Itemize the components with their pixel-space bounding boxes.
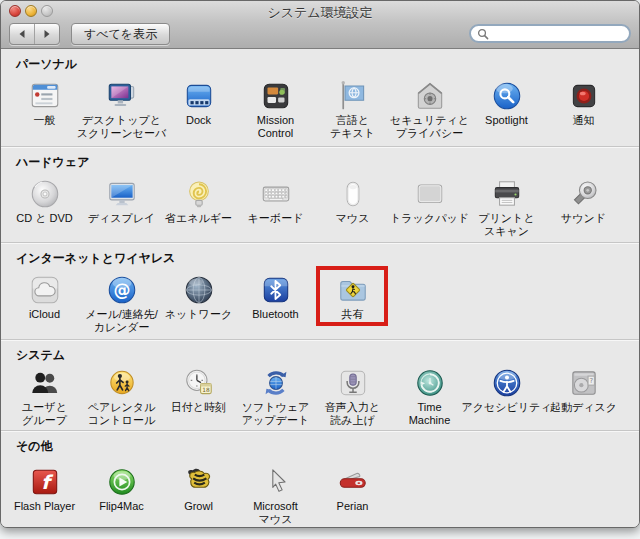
time-machine-icon — [413, 366, 447, 400]
parental-controls-icon — [105, 366, 139, 400]
pref-item-keyboard[interactable]: キーボード — [237, 177, 314, 238]
pref-item-label: 省エネルギー — [165, 212, 232, 225]
growl-icon — [182, 465, 216, 499]
pref-item-label: サウンド — [561, 212, 606, 225]
window-chrome: システム環境設定 すべてを表示 — [1, 1, 639, 49]
system-preferences-window: システム環境設定 すべてを表示 パーソナル一般デスクトップと スクリーンセーバD… — [0, 0, 640, 528]
pref-item-mouse[interactable]: マウス — [314, 177, 391, 238]
mail-contacts-calendar-icon: @ — [105, 273, 139, 307]
titlebar[interactable]: システム環境設定 — [1, 1, 639, 20]
pref-item-label: CD と DVD — [16, 212, 72, 225]
pref-item-label: メール/連絡先/ カレンダー — [85, 308, 158, 334]
pref-item-time-machine[interactable]: Time Machine — [391, 366, 468, 427]
software-update-icon — [259, 366, 293, 400]
pref-item-label: 一般 — [34, 114, 56, 127]
dock-icon — [182, 79, 216, 113]
pref-item-dictation-speech[interactable]: 音声入力と 読み上げ — [314, 366, 391, 427]
displays-icon — [105, 177, 139, 211]
pref-item-date-time[interactable]: 18日付と時刻 — [160, 366, 237, 427]
cd-dvd-icon — [28, 177, 62, 211]
pref-item-dock[interactable]: Dock — [160, 79, 237, 140]
pref-item-label: トラックパッド — [390, 212, 469, 225]
general-icon — [28, 79, 62, 113]
pref-item-label: デスクトップと スクリーンセーバ — [77, 114, 167, 140]
search-field[interactable] — [469, 24, 631, 43]
pref-item-notifications[interactable]: 通知 — [545, 79, 622, 140]
bluetooth-icon — [259, 273, 293, 307]
pref-item-desktop-screensaver[interactable]: デスクトップと スクリーンセーバ — [83, 79, 160, 140]
pref-item-mission-control[interactable]: Mission Control — [237, 79, 314, 140]
pref-item-icloud[interactable]: iCloud — [6, 273, 83, 334]
pref-item-label: Time Machine — [409, 401, 451, 427]
pref-item-label: 起動ディスク — [550, 401, 617, 414]
pref-item-accessibility[interactable]: アクセシビリティ — [468, 366, 545, 427]
search-input[interactable] — [492, 27, 640, 41]
icon-row: CD と DVDディスプレイ省エネルギーキーボードマウストラックパッドプリントと… — [1, 177, 639, 238]
sharing-icon — [336, 273, 370, 307]
pref-item-parental-controls[interactable]: ペアレンタル コントロール — [83, 366, 160, 427]
pref-item-label: ソフトウェア アップデート — [242, 401, 310, 427]
nav-segmented-control — [9, 23, 60, 45]
toolbar: すべてを表示 — [1, 20, 639, 48]
icon-row: iCloud@メール/連絡先/ カレンダーネットワークBluetooth共有 — [1, 273, 639, 334]
pref-item-startup-disk[interactable]: ?起動ディスク — [545, 366, 622, 427]
desktop-screensaver-icon — [105, 79, 139, 113]
pref-item-flip4mac[interactable]: Flip4Mac — [83, 465, 160, 526]
pref-item-displays[interactable]: ディスプレイ — [83, 177, 160, 238]
pref-item-print-scan[interactable]: プリントと スキャン — [468, 177, 545, 238]
perian-icon — [336, 465, 370, 499]
back-button[interactable] — [10, 24, 34, 44]
pref-item-bluetooth[interactable]: Bluetooth — [237, 273, 314, 334]
pref-item-microsoft-mouse[interactable]: Microsoft マウス — [237, 465, 314, 526]
pref-item-label: Growl — [184, 500, 213, 513]
pref-item-flash-player[interactable]: fFlash Player — [6, 465, 83, 526]
pref-item-cd-dvd[interactable]: CD と DVD — [6, 177, 83, 238]
section-2: ハードウェアCD と DVDディスプレイ省エネルギーキーボードマウストラックパッ… — [1, 146, 639, 242]
trackpad-icon — [413, 177, 447, 211]
dictation-speech-icon — [336, 366, 370, 400]
pref-item-label: 言語と テキスト — [330, 114, 375, 140]
pref-item-label: Microsoft マウス — [253, 500, 298, 526]
pref-item-language-text[interactable]: 言語と テキスト — [314, 79, 391, 140]
pref-item-label: キーボード — [248, 212, 304, 225]
pref-item-perian[interactable]: Perian — [314, 465, 391, 526]
pref-item-label: 通知 — [573, 114, 595, 127]
pref-item-mail-contacts-calendar[interactable]: @メール/連絡先/ カレンダー — [83, 273, 160, 334]
pref-item-label: Spotlight — [485, 114, 528, 127]
pref-item-label: Flip4Mac — [99, 500, 144, 513]
pref-item-label: 共有 — [342, 308, 364, 321]
pref-item-label: Mission Control — [257, 114, 294, 140]
pref-item-sharing[interactable]: 共有 — [314, 273, 391, 334]
section-title: パーソナル — [1, 49, 639, 72]
pref-item-spotlight[interactable]: Spotlight — [468, 79, 545, 140]
date-time-icon: 18 — [182, 366, 216, 400]
pref-item-energy-saver[interactable]: 省エネルギー — [160, 177, 237, 238]
pref-item-network[interactable]: ネットワーク — [160, 273, 237, 334]
icon-row: fFlash PlayerFlip4MacGrowlMicrosoft マウスP… — [1, 465, 639, 526]
pref-item-label: 音声入力と 読み上げ — [325, 401, 380, 427]
search-icon — [477, 28, 489, 40]
pref-item-label: マウス — [336, 212, 370, 225]
pref-item-growl[interactable]: Growl — [160, 465, 237, 526]
forward-arrow-icon — [42, 25, 52, 43]
accessibility-icon — [490, 366, 524, 400]
section-title: インターネットとワイヤレス — [1, 243, 639, 266]
users-groups-icon — [28, 366, 62, 400]
pref-item-general[interactable]: 一般 — [6, 79, 83, 140]
show-all-button[interactable]: すべてを表示 — [71, 23, 170, 45]
pref-item-security-privacy[interactable]: セキュリティと プライバシー — [391, 79, 468, 140]
icloud-icon — [28, 273, 62, 307]
print-scan-icon — [490, 177, 524, 211]
mouse-icon — [336, 177, 370, 211]
svg-text:@: @ — [113, 280, 130, 300]
pref-item-label: iCloud — [29, 308, 60, 321]
pref-item-sound[interactable]: サウンド — [545, 177, 622, 238]
pref-item-software-update[interactable]: ソフトウェア アップデート — [237, 366, 314, 427]
forward-button[interactable] — [34, 24, 59, 44]
svg-text:?: ? — [589, 377, 593, 385]
section-title: システム — [1, 340, 639, 363]
pref-item-users-groups[interactable]: ユーザと グループ — [6, 366, 83, 427]
section-5: その他fFlash PlayerFlip4MacGrowlMicrosoft マ… — [1, 430, 639, 528]
preferences-grid: パーソナル一般デスクトップと スクリーンセーバDockMission Contr… — [1, 49, 639, 528]
pref-item-trackpad[interactable]: トラックパッド — [391, 177, 468, 238]
